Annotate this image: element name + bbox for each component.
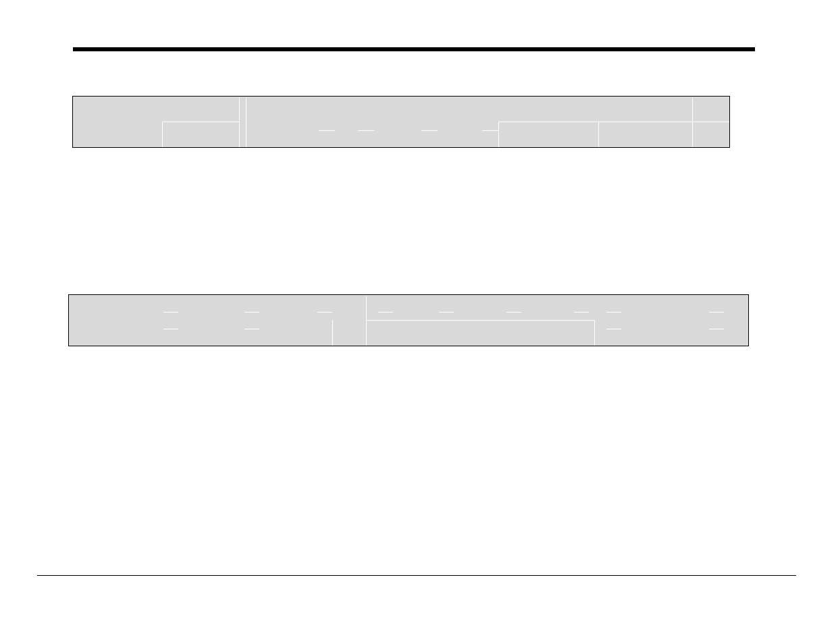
guide-line (366, 320, 594, 321)
guide-line (606, 329, 621, 329)
guide-line (606, 312, 621, 313)
upper-gray-box (72, 96, 730, 148)
guide-line (319, 130, 335, 131)
lower-gray-box (68, 294, 749, 346)
bottom-horizontal-rule (37, 575, 796, 576)
guide-line (439, 312, 454, 313)
document-page (0, 0, 834, 644)
guide-line (163, 312, 178, 313)
guide-line (163, 329, 178, 329)
guide-line (709, 329, 724, 329)
guide-line (378, 312, 393, 313)
guide-line (421, 130, 438, 131)
guide-line (162, 122, 163, 147)
guide-line (598, 122, 599, 147)
guide-line (244, 329, 259, 329)
guide-line (482, 130, 498, 131)
guide-line (506, 312, 521, 313)
guide-line (358, 130, 374, 131)
guide-line (692, 122, 729, 122)
guide-line (162, 122, 239, 122)
guide-line (692, 98, 693, 147)
guide-line (317, 312, 332, 313)
guide-line (332, 320, 333, 346)
guide-line (239, 98, 240, 147)
top-horizontal-rule (73, 47, 755, 51)
guide-line (709, 312, 724, 313)
guide-line (574, 312, 589, 313)
guide-line (244, 312, 259, 313)
guide-line (594, 320, 595, 346)
guide-line (498, 122, 499, 147)
guide-line (366, 296, 367, 346)
guide-line (246, 98, 246, 147)
guide-line (498, 122, 692, 122)
